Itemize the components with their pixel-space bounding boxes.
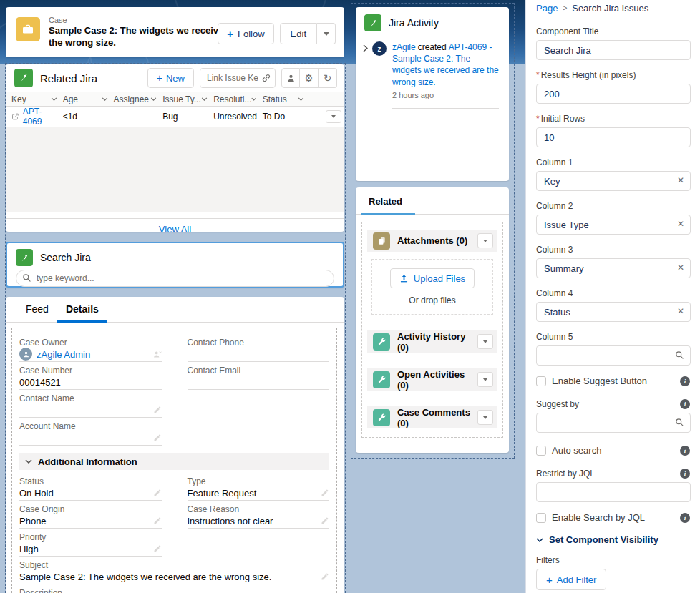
column-header-assignee[interactable]: Assignee [111,92,160,107]
activity-item: z zAgilecreatedAPT-4069 - Sample Case 2:… [356,36,509,109]
column-header-key[interactable]: Key [6,92,60,107]
related-lists-card: Related Attachments (0) Upload Files Or … [356,187,509,453]
file-dropzone[interactable]: Upload Files Or drop files [371,259,493,315]
tab-related[interactable]: Related [366,196,405,214]
refresh-icon: ↻ [324,73,332,83]
detail-field-description: Description [19,586,329,593]
edit-pencil-icon[interactable] [153,433,162,442]
wrench-icon [373,409,390,426]
accordion-open-activities[interactable]: Open Activities (0) [367,368,497,391]
edit-pencil-icon[interactable] [153,516,162,525]
new-issue-button[interactable]: + New [147,68,194,88]
initial-rows-input[interactable] [536,127,691,147]
change-owner-icon[interactable] [152,350,162,359]
accordion-caret-button[interactable] [477,372,493,387]
accordion-case-comments[interactable]: Case Comments (0) [367,406,497,428]
component-title-input[interactable] [536,40,691,60]
info-icon[interactable]: i [680,376,690,386]
cell-assignee [111,107,160,127]
breadcrumb-page-link[interactable]: Page [536,3,558,14]
view-all-link[interactable]: View All [159,224,191,235]
external-link-icon[interactable] [11,112,19,121]
restrict-jql-input[interactable] [536,482,691,502]
enable-suggest-checkbox[interactable] [536,376,546,386]
checkbox-enable-search-jql: Enable Search by JQL i [536,512,690,523]
auto-search-checkbox[interactable] [536,446,546,456]
accordion-caret-button[interactable] [477,334,493,349]
actor-link[interactable]: zAgile [392,42,416,52]
assign-user-button[interactable] [281,68,300,88]
set-component-visibility-section[interactable]: Set Component Visibility [536,534,690,545]
refresh-button[interactable]: ↻ [319,68,337,88]
gear-icon: ⚙ [304,73,313,83]
edit-button[interactable]: Edit [280,23,317,44]
search-keyword-input[interactable] [16,270,334,287]
breadcrumb: Page > Search Jira Issues [526,0,700,16]
drop-files-hint: Or drop files [372,295,492,305]
detail-field-case-owner: Case Owner zAgile Admin [19,335,162,362]
tab-details[interactable]: Details [57,303,107,322]
accordion-caret-button[interactable] [477,410,493,425]
tab-feed[interactable]: Feed [17,303,57,322]
plus-icon: + [157,72,162,84]
breadcrumb-separator: > [558,4,572,12]
column-header-status[interactable]: Status [260,92,307,107]
edit-pencil-icon[interactable] [153,406,162,414]
case-object-icon [16,17,40,41]
clear-icon[interactable]: ✕ [677,263,684,272]
search-icon [675,418,684,427]
column-1-input[interactable] [536,171,691,191]
user-icon [286,74,296,83]
wrench-icon [373,333,390,351]
enable-search-jql-checkbox[interactable] [536,513,546,523]
caret-down-icon [483,240,487,242]
clear-icon[interactable]: ✕ [677,220,684,228]
row-actions-button[interactable] [326,110,341,123]
breadcrumb-current: Search Jira Issues [572,3,648,14]
caret-down-icon [483,416,487,419]
edit-pencil-icon[interactable] [321,489,329,497]
info-icon[interactable]: i [680,469,690,479]
detail-field-contact-name: Contact Name [19,391,162,418]
case-owner-link[interactable]: zAgile Admin [37,349,90,360]
edit-pencil-icon[interactable] [153,544,162,553]
record-tabs-card: Feed Details Case Owner zAgile Admin [6,297,344,593]
column-header-age[interactable]: Age [60,92,111,107]
clear-icon[interactable]: ✕ [677,307,684,315]
chevron-down-icon [536,538,543,542]
column-2-input[interactable] [536,215,691,235]
info-icon[interactable]: i [680,513,690,523]
detail-field-contact-phone: Contact Phone [188,335,330,362]
more-actions-button[interactable] [317,23,336,44]
suggest-by-input[interactable] [536,413,691,433]
accordion-activity-history[interactable]: Activity History (0) [367,330,497,353]
settings-button[interactable]: ⚙ [300,68,319,88]
field-restrict-jql: Restrict by JQLi [536,469,690,502]
info-icon[interactable]: i [680,399,690,409]
upload-icon [399,274,409,283]
avatar [19,348,32,361]
results-height-input[interactable] [536,84,691,104]
column-header-resolution[interactable]: Resoluti... [210,92,260,107]
detail-field-type: Type Feature Request [188,474,330,501]
issue-key-link[interactable]: APT-4069 [23,107,57,127]
add-filter-button[interactable]: + Add Filter [536,569,606,590]
zagile-jira-icon [364,14,381,31]
edit-pencil-icon[interactable] [321,572,329,581]
info-icon[interactable]: i [680,446,690,456]
follow-button[interactable]: + Follow [218,23,273,44]
chevron-down-icon [150,97,157,101]
column-3-input[interactable] [536,258,691,278]
accordion-attachments[interactable]: Attachments (0) [367,230,497,252]
column-header-issue-type[interactable]: Issue Ty... [160,92,210,107]
section-additional-information[interactable]: Additional Information [19,453,329,470]
search-jira-component-selected[interactable]: Search Jira [6,242,344,288]
upload-files-button[interactable]: Upload Files [390,268,475,288]
clear-icon[interactable]: ✕ [677,176,684,185]
expand-chevron-icon[interactable] [363,44,368,109]
edit-pencil-icon[interactable] [321,516,329,525]
accordion-caret-button[interactable] [477,233,493,248]
edit-pencil-icon[interactable] [153,489,162,497]
column-4-input[interactable] [536,302,691,322]
column-5-input[interactable] [536,345,691,366]
